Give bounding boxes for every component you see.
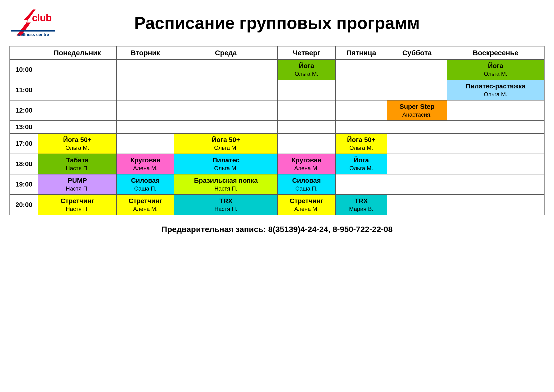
schedule-cell: СиловаяСаша П.: [277, 174, 335, 195]
day-header-fri: Пятница: [335, 46, 387, 59]
cell-name: Силовая: [131, 177, 160, 184]
cell-instructor: Саша П.: [295, 185, 318, 192]
schedule-cell: [387, 133, 447, 154]
day-header-sat: Суббота: [387, 46, 447, 59]
schedule-cell: [335, 100, 387, 121]
time-cell: 12:00: [10, 100, 38, 121]
header-row: Понедельник Вторник Среда Четверг Пятниц…: [10, 46, 544, 59]
logo-container: club wellness centre: [9, 7, 62, 39]
cell-instructor: Алена М.: [294, 206, 319, 212]
schedule-cell: ЙогаОльга М.: [447, 59, 544, 80]
cell-instructor: Ольга М.: [349, 165, 373, 172]
cell-instructor: Алена М.: [294, 165, 319, 172]
cell-instructor: Саша П.: [134, 185, 157, 192]
page-header: club wellness centre Расписание групповы…: [9, 7, 545, 39]
cell-name: Стретчинг: [129, 197, 162, 205]
cell-name: Стретчинг: [290, 197, 323, 205]
schedule-cell: [117, 80, 174, 100]
schedule-cell: Super StepАнастасия.: [387, 100, 447, 121]
time-header: [10, 46, 38, 59]
schedule-cell: [447, 121, 544, 133]
cell-name: PUMP: [68, 177, 87, 184]
schedule-cell: [387, 59, 447, 80]
cell-instructor: Алена М.: [133, 165, 158, 172]
cell-content: СиловаяСаша П.: [119, 177, 172, 192]
schedule-cell: КруговаяАлена М.: [117, 154, 174, 174]
logo-svg: club wellness centre: [9, 7, 57, 38]
svg-text:wellness centre: wellness centre: [17, 32, 49, 37]
schedule-cell: [335, 80, 387, 100]
schedule-cell: СиловаяСаша П.: [117, 174, 174, 195]
cell-name: Пилатес-растяжка: [466, 83, 525, 90]
schedule-cell: ТабатаНастя П.: [38, 154, 117, 174]
schedule-cell: [447, 100, 544, 121]
table-row: 13:00: [10, 121, 544, 133]
cell-name: Йога: [299, 62, 314, 70]
schedule-cell: [117, 59, 174, 80]
cell-content: ПилатесОльга М.: [176, 156, 276, 172]
schedule-cell: Йога 50+Ольга М.: [38, 133, 117, 154]
cell-instructor: Ольга М.: [295, 71, 318, 77]
cell-instructor: Ольга М.: [66, 145, 89, 151]
cell-instructor: Настя П.: [66, 206, 89, 212]
schedule-cell: [277, 80, 335, 100]
schedule-cell: [277, 100, 335, 121]
time-cell: 18:00: [10, 154, 38, 174]
footer-text: Предварительная запись: 8(35139)4-24-24,…: [9, 225, 545, 234]
cell-instructor: Мария В.: [349, 206, 374, 212]
cell-name: Круговая: [130, 156, 160, 164]
schedule-cell: Бразильская попкаНастя П.: [174, 174, 277, 195]
cell-content: СтретчингАлена М.: [119, 197, 172, 212]
schedule-cell: [447, 133, 544, 154]
cell-instructor: Ольга М.: [484, 91, 507, 98]
cell-name: TRX: [354, 197, 368, 205]
schedule-cell: [387, 195, 447, 215]
cell-name: Йога 50+: [212, 136, 240, 144]
schedule-cell: [174, 121, 277, 133]
table-row: 11:00Пилатес-растяжкаОльга М.: [10, 80, 544, 100]
schedule-cell: [117, 100, 174, 121]
cell-name: Силовая: [292, 177, 321, 184]
cell-instructor: Настя П.: [66, 165, 89, 172]
day-header-tue: Вторник: [117, 46, 174, 59]
cell-instructor: Анастасия.: [402, 111, 432, 118]
table-row: 18:00ТабатаНастя П.КруговаяАлена М.Пилат…: [10, 154, 544, 174]
cell-instructor: Ольга М.: [484, 71, 507, 77]
cell-instructor: Ольга М.: [349, 145, 373, 151]
cell-instructor: Настя П.: [214, 185, 237, 192]
cell-content: СтретчингАлена М.: [280, 197, 333, 212]
cell-name: Стретчинг: [60, 197, 94, 205]
schedule-cell: [117, 121, 174, 133]
cell-content: Пилатес-растяжкаОльга М.: [449, 83, 542, 98]
cell-name: Табата: [66, 156, 88, 164]
time-cell: 13:00: [10, 121, 38, 133]
cell-content: ЙогаОльга М.: [449, 62, 542, 77]
cell-content: Йога 50+Ольга М.: [40, 136, 114, 151]
cell-content: PUMPНастя П.: [40, 177, 114, 192]
cell-content: СиловаяСаша П.: [280, 177, 333, 192]
cell-name: Йога 50+: [347, 136, 375, 144]
schedule-cell: КруговаяАлена М.: [277, 154, 335, 174]
schedule-cell: [387, 121, 447, 133]
schedule-cell: [174, 100, 277, 121]
schedule-cell: Пилатес-растяжкаОльга М.: [447, 80, 544, 100]
schedule-body: 10:00ЙогаОльга М.ЙогаОльга М.11:00Пилате…: [10, 59, 544, 215]
cell-instructor: Алена М.: [133, 206, 158, 212]
cell-name: Пилатес: [212, 156, 239, 164]
schedule-cell: [387, 174, 447, 195]
schedule-cell: [38, 80, 117, 100]
day-header-thu: Четверг: [277, 46, 335, 59]
page-title: Расписание групповых программ: [62, 13, 545, 33]
cell-content: Бразильская попкаНастя П.: [176, 177, 276, 192]
cell-name: Бразильская попка: [194, 177, 258, 184]
time-cell: 11:00: [10, 80, 38, 100]
time-cell: 19:00: [10, 174, 38, 195]
schedule-cell: СтретчингНастя П.: [38, 195, 117, 215]
schedule-cell: [447, 174, 544, 195]
table-row: 19:00PUMPНастя П.СиловаяСаша П.Бразильск…: [10, 174, 544, 195]
schedule-cell: [335, 174, 387, 195]
cell-instructor: Настя П.: [66, 185, 89, 192]
cell-instructor: Ольга М.: [214, 145, 238, 151]
cell-name: TRX: [219, 197, 233, 205]
schedule-cell: [277, 133, 335, 154]
